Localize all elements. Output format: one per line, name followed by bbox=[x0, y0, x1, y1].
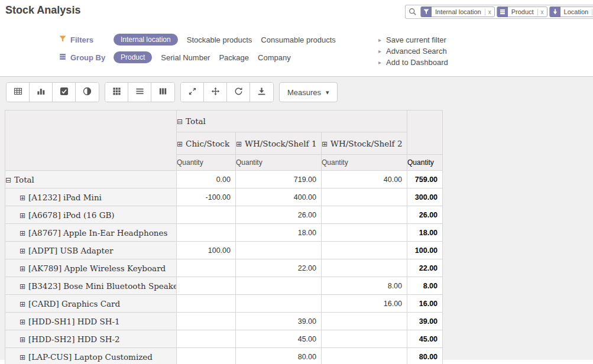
caret-right-icon: ▸ bbox=[378, 34, 381, 46]
search-facet-internal-location[interactable]: Internal locationx bbox=[420, 6, 495, 17]
total-measure-header[interactable]: Quantity bbox=[407, 155, 443, 171]
refresh-button[interactable] bbox=[227, 83, 250, 102]
action-save-current-filter[interactable]: ▸Save current filter bbox=[378, 34, 588, 46]
expand-icon bbox=[20, 318, 25, 326]
pivot-column-header-wh-stock-shelf-2[interactable]: WH/Stock/Shelf 2 bbox=[322, 132, 407, 155]
table-row: [ADPT] USB Adapter100.00100.00 bbox=[5, 242, 443, 259]
filter-item-consumable-products[interactable]: Consumable products bbox=[261, 35, 335, 44]
row-header-total[interactable]: Total bbox=[5, 171, 177, 188]
pivot-toolbar: Measures ▾ bbox=[6, 82, 593, 102]
caret-right-icon: ▸ bbox=[378, 57, 381, 68]
facet-label: Internal location bbox=[432, 8, 485, 15]
row-header-card-graphics-card[interactable]: [CARD] Graphics Card bbox=[5, 295, 177, 313]
download-button[interactable] bbox=[250, 83, 273, 102]
expand-all-button[interactable] bbox=[204, 83, 227, 102]
row-total-cell: 39.00 bbox=[407, 313, 443, 330]
value-cell bbox=[177, 206, 236, 224]
row-total-cell: 18.00 bbox=[407, 224, 443, 242]
expand-icon bbox=[322, 140, 328, 148]
expand-icon bbox=[20, 353, 25, 362]
pivot-table-button[interactable] bbox=[7, 83, 30, 102]
measure-header[interactable]: Quantity bbox=[322, 155, 407, 171]
pivot-column-root-header[interactable]: Total bbox=[177, 110, 407, 132]
action-label: Save current filter bbox=[386, 34, 446, 46]
row-total-cell: 16.00 bbox=[407, 295, 443, 313]
groupby-head: Group By bbox=[59, 52, 114, 63]
row-label: [HDD-SH1] HDD SH-1 bbox=[28, 317, 120, 326]
row-total-cell: 300.00 bbox=[407, 188, 443, 206]
row-total-cell: 22.00 bbox=[407, 259, 443, 277]
groupby-item-product[interactable]: Product bbox=[114, 51, 152, 63]
row-header-adpt-usb-adapter[interactable]: [ADPT] USB Adapter bbox=[5, 242, 177, 259]
list-view-button[interactable] bbox=[128, 83, 151, 102]
pivot-column-header-wh-stock-shelf-1[interactable]: WH/Stock/Shelf 1 bbox=[236, 132, 322, 155]
row-total-cell: 26.00 bbox=[407, 206, 443, 224]
groupby-item-serial-number[interactable]: Serial Number bbox=[161, 53, 210, 62]
measure-header[interactable]: Quantity bbox=[177, 155, 236, 171]
row-header-a1232-ipad-mini[interactable]: [A1232] iPad Mini bbox=[5, 188, 177, 206]
check-square-icon bbox=[60, 87, 69, 98]
location-facet-icon bbox=[550, 6, 560, 17]
search-facet-location[interactable]: Locationx bbox=[549, 6, 593, 17]
check-square-button[interactable] bbox=[53, 83, 76, 102]
value-cell bbox=[177, 330, 236, 348]
value-cell bbox=[177, 348, 236, 364]
measures-button[interactable]: Measures ▾ bbox=[279, 82, 338, 102]
adjust-contrast-button[interactable] bbox=[76, 83, 99, 102]
page-title: Stock Analysis bbox=[5, 4, 80, 17]
caret-right-icon: ▸ bbox=[378, 46, 381, 57]
filter-item-internal-location[interactable]: Internal location bbox=[114, 34, 178, 46]
measure-header[interactable]: Quantity bbox=[236, 155, 322, 171]
columns-view-button[interactable] bbox=[151, 83, 174, 102]
row-header-hdd-sh2-hdd-sh-2[interactable]: [HDD-SH2] HDD SH-2 bbox=[5, 330, 177, 348]
value-cell bbox=[177, 277, 236, 295]
filter-item-stockable-products[interactable]: Stockable products bbox=[187, 35, 252, 44]
row-label: [A6678] iPod (16 GB) bbox=[28, 210, 115, 220]
flip-axis-button[interactable] bbox=[181, 83, 204, 102]
table-row: [A8767] Apple In-Ear Headphones18.0018.0… bbox=[5, 224, 443, 242]
groupby-item-package[interactable]: Package bbox=[219, 53, 249, 62]
value-cell: 22.00 bbox=[236, 259, 322, 277]
column-group-label: WH/Stock/Shelf 1 bbox=[245, 139, 316, 148]
row-header-hdd-sh1-hdd-sh-1[interactable]: [HDD-SH1] HDD SH-1 bbox=[5, 313, 177, 330]
groupby-item-company[interactable]: Company bbox=[258, 53, 291, 62]
value-cell bbox=[236, 277, 322, 295]
value-cell bbox=[177, 224, 236, 242]
measures-button-label: Measures bbox=[287, 88, 321, 97]
value-cell: 26.00 bbox=[236, 206, 322, 224]
action-advanced-search[interactable]: ▸Advanced Search bbox=[378, 46, 588, 57]
table-row: [AK789] Apple Wireless Keyboard22.0022.0… bbox=[5, 259, 443, 277]
row-header-lap-cus-laptop-customized[interactable]: [LAP-CUS] Laptop Customized bbox=[5, 348, 177, 364]
download-icon bbox=[257, 87, 266, 98]
column-group-label: WH/Stock/Shelf 2 bbox=[330, 139, 402, 148]
row-total-cell: 100.00 bbox=[407, 242, 443, 259]
chevron-down-icon: ▾ bbox=[326, 89, 329, 96]
value-cell: -100.00 bbox=[177, 188, 236, 206]
search-bar[interactable]: Internal locationxProductxLocationx bbox=[405, 5, 593, 19]
facet-remove-button[interactable]: x bbox=[485, 9, 494, 15]
row-header-ak789-apple-wireless-keyboard[interactable]: [AK789] Apple Wireless Keyboard bbox=[5, 259, 177, 277]
row-header-a8767-apple-in-ear-headphones[interactable]: [A8767] Apple In-Ear Headphones bbox=[5, 224, 177, 242]
search-facet-product[interactable]: Productx bbox=[497, 6, 547, 17]
facet-remove-button[interactable]: x bbox=[537, 9, 547, 15]
pivot-corner-cell bbox=[5, 110, 177, 171]
value-cell: 0.00 bbox=[177, 171, 236, 188]
row-label: Total bbox=[14, 175, 34, 184]
value-cell bbox=[177, 295, 236, 313]
action-add-to-dashboard[interactable]: ▸Add to Dashboard bbox=[378, 57, 588, 68]
value-cell bbox=[322, 330, 407, 348]
row-header-a6678-ipod-16-gb[interactable]: [A6678] iPod (16 GB) bbox=[5, 206, 177, 224]
row-label: [CARD] Graphics Card bbox=[28, 299, 120, 308]
pivot-column-header-chic-stock[interactable]: Chic/Stock bbox=[177, 132, 236, 155]
group-by-label: Group By bbox=[70, 53, 105, 62]
value-cell: 400.00 bbox=[236, 188, 322, 206]
bar-chart-button[interactable] bbox=[30, 83, 53, 102]
value-cell bbox=[236, 242, 322, 259]
value-cell: 18.00 bbox=[236, 224, 322, 242]
collapse-icon bbox=[5, 176, 11, 184]
table-row: Total0.00719.0040.00759.00 bbox=[5, 171, 443, 188]
row-header-b3423-bose-mini-bluetooth-speaker[interactable]: [B3423] Bose Mini Bluetooth Speaker bbox=[5, 277, 177, 295]
expand-icon bbox=[20, 247, 25, 255]
row-label: [LAP-CUS] Laptop Customized bbox=[28, 352, 153, 362]
grid-view-button[interactable] bbox=[105, 83, 128, 102]
